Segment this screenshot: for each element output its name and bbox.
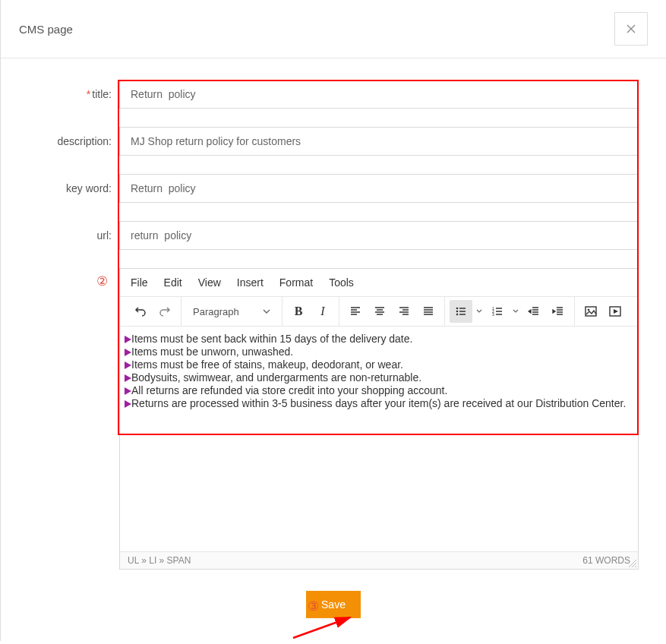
form-area: ② *title: description: key word: url: Fi… xyxy=(1,58,666,577)
label-title: *title: xyxy=(28,88,119,100)
list-item-text: Bodysuits, swimwear, and undergarments a… xyxy=(131,371,421,384)
row-title: *title: xyxy=(28,80,639,109)
close-button[interactable] xyxy=(614,12,648,46)
chevron-down-icon xyxy=(476,308,482,314)
bold-icon: B xyxy=(295,305,303,318)
triangle-bullet-icon xyxy=(125,349,131,356)
url-input[interactable] xyxy=(119,221,639,250)
triangle-bullet-icon xyxy=(125,361,131,369)
modal-title: CMS page xyxy=(19,23,73,36)
paragraph-select[interactable]: Paragraph xyxy=(186,300,277,323)
menu-view[interactable]: View xyxy=(198,276,221,289)
svg-text:3: 3 xyxy=(492,312,494,317)
cms-page-modal: CMS page ② *title: description: key word… xyxy=(0,0,666,641)
numbered-list-icon: 123 xyxy=(491,305,503,317)
label-title-text: title: xyxy=(92,88,112,100)
bullet-list-dropdown[interactable] xyxy=(474,300,485,323)
editor-menubar: File Edit View Insert Format Tools xyxy=(120,269,638,296)
svg-point-2 xyxy=(456,314,459,316)
align-left-icon xyxy=(349,305,361,317)
word-count: 61 WORDS xyxy=(582,555,630,566)
list-item: Items must be unworn, unwashed. xyxy=(125,346,633,358)
list-item: Items must be sent back within 15 days o… xyxy=(125,333,633,346)
svg-point-7 xyxy=(588,309,590,311)
paragraph-select-label: Paragraph xyxy=(193,306,239,317)
bold-button[interactable]: B xyxy=(287,300,310,323)
modal-footer: Save xyxy=(1,577,666,641)
required-asterisk: * xyxy=(87,88,90,100)
modal-header: CMS page xyxy=(1,0,666,58)
align-right-icon xyxy=(398,305,410,317)
menu-file[interactable]: File xyxy=(131,276,148,289)
list-item: All returns are refunded via store credi… xyxy=(125,384,633,397)
dom-path: UL » LI » SPAN xyxy=(128,555,191,566)
align-left-button[interactable] xyxy=(344,300,367,323)
label-keyword: key word: xyxy=(28,182,119,194)
triangle-bullet-icon xyxy=(125,336,131,343)
outdent-button[interactable] xyxy=(522,300,545,323)
editor-statusbar: UL » LI » SPAN 61 WORDS xyxy=(120,551,638,569)
close-icon xyxy=(627,24,636,33)
menu-insert[interactable]: Insert xyxy=(237,276,264,289)
indent-button[interactable] xyxy=(547,300,570,323)
svg-point-1 xyxy=(456,311,459,313)
resize-handle-icon xyxy=(627,558,636,567)
keyword-input[interactable] xyxy=(119,174,639,203)
italic-icon: I xyxy=(320,305,324,318)
editor-toolbar: Paragraph B I xyxy=(120,296,638,327)
insert-media-button[interactable] xyxy=(604,300,627,323)
triangle-bullet-icon xyxy=(125,387,131,395)
editor-wrap: File Edit View Insert Format Tools xyxy=(119,268,639,570)
bullet-list-button[interactable] xyxy=(450,300,472,323)
align-justify-icon xyxy=(422,305,434,317)
list-item: Items must be free of stains, makeup, de… xyxy=(125,358,633,371)
list-item-text: Returns are processed within 3-5 busines… xyxy=(131,397,626,409)
menu-edit[interactable]: Edit xyxy=(164,276,182,289)
title-input[interactable] xyxy=(119,80,639,109)
triangle-bullet-icon xyxy=(125,400,131,408)
label-description: description: xyxy=(28,135,119,147)
image-icon xyxy=(584,305,598,318)
redo-icon xyxy=(159,305,171,317)
numbered-list-dropdown[interactable] xyxy=(510,300,521,323)
redo-button[interactable] xyxy=(153,300,176,323)
align-justify-button[interactable] xyxy=(417,300,440,323)
insert-image-button[interactable] xyxy=(579,300,602,323)
triangle-bullet-icon xyxy=(125,374,131,382)
svg-point-0 xyxy=(456,308,459,310)
list-item: Bodysuits, swimwear, and undergarments a… xyxy=(125,371,633,384)
list-item-text: Items must be sent back within 15 days o… xyxy=(131,333,412,345)
annotation-callout-2: ② xyxy=(96,273,108,289)
outdent-icon xyxy=(528,305,540,317)
list-item-text: All returns are refunded via store credi… xyxy=(131,384,447,396)
row-url: url: xyxy=(28,221,639,250)
menu-tools[interactable]: Tools xyxy=(329,276,354,289)
menu-format[interactable]: Format xyxy=(279,276,313,289)
undo-icon xyxy=(134,305,147,317)
chevron-down-icon xyxy=(263,308,270,315)
media-icon xyxy=(608,305,622,318)
description-input[interactable] xyxy=(119,127,639,156)
italic-button[interactable]: I xyxy=(311,300,334,323)
label-url: url: xyxy=(28,229,119,242)
list-item-text: Items must be free of stains, makeup, de… xyxy=(131,358,403,371)
row-keyword: key word: xyxy=(28,174,639,203)
row-description: description: xyxy=(28,127,639,156)
rich-text-editor: File Edit View Insert Format Tools xyxy=(119,268,639,570)
list-item-text: Items must be unworn, unwashed. xyxy=(131,346,293,358)
undo-button[interactable] xyxy=(129,300,152,323)
annotation-callout-3: ③ xyxy=(308,598,319,614)
numbered-list-button[interactable]: 123 xyxy=(486,300,509,323)
align-center-button[interactable] xyxy=(368,300,391,323)
chevron-down-icon xyxy=(513,308,519,314)
align-center-icon xyxy=(374,305,386,317)
resize-handle[interactable] xyxy=(627,558,636,567)
indent-icon xyxy=(552,305,564,317)
list-item: Returns are processed within 3-5 busines… xyxy=(125,397,633,410)
bullet-list-icon xyxy=(455,305,467,317)
editor-content[interactable]: Items must be sent back within 15 days o… xyxy=(120,327,638,551)
align-right-button[interactable] xyxy=(393,300,415,323)
